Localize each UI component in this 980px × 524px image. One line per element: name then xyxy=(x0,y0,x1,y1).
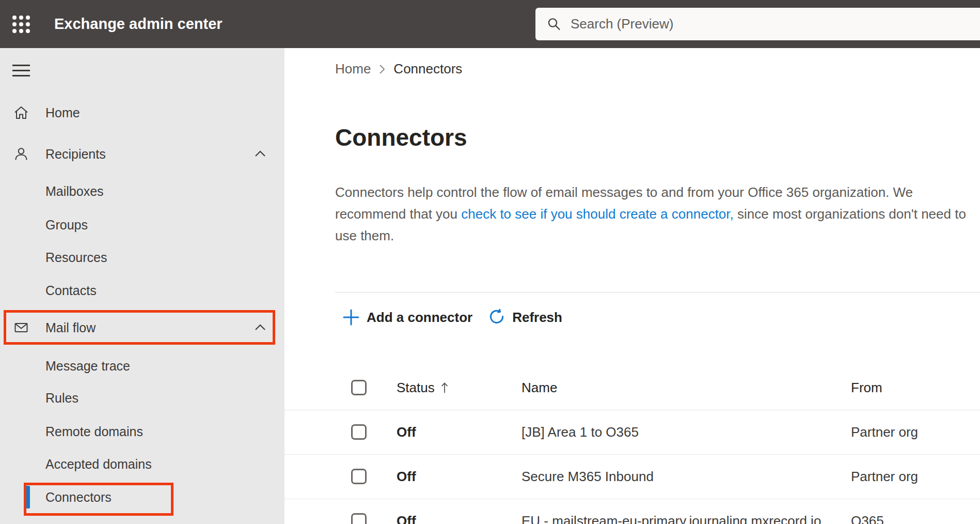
page-description: Connectors help control the flow of emai… xyxy=(335,181,966,246)
exchange-admin-center-window: Exchange admin center Home xyxy=(0,0,980,524)
sidebar-item-groups[interactable]: Groups xyxy=(0,210,284,239)
sidebar-item-label: Groups xyxy=(45,218,88,233)
selection-indicator xyxy=(26,486,30,508)
sort-ascending-icon xyxy=(441,382,448,393)
home-icon xyxy=(13,104,29,121)
row-checkbox[interactable] xyxy=(351,424,367,440)
sidebar-item-label: Mailboxes xyxy=(45,184,104,199)
mail-icon xyxy=(13,319,29,336)
connector-name: EU - mailstream-eu-primary.journaling.mx… xyxy=(521,513,821,524)
connector-status: Off xyxy=(397,469,416,485)
connector-status: Off xyxy=(397,424,416,440)
app-launcher-icon[interactable] xyxy=(11,14,31,34)
sidebar-item-label: Mail flow xyxy=(45,320,96,335)
sidebar-item-label: Recipients xyxy=(45,147,106,162)
column-header-name[interactable]: Name xyxy=(521,380,557,396)
sidebar-item-message-trace[interactable]: Message trace xyxy=(0,351,284,380)
sidebar-item-contacts[interactable]: Contacts xyxy=(0,276,284,305)
column-header-from[interactable]: From xyxy=(851,380,882,396)
refresh-icon xyxy=(488,309,505,326)
search-input[interactable] xyxy=(570,16,902,33)
search-icon xyxy=(546,16,562,33)
sidebar-item-label: Accepted domains xyxy=(45,457,152,472)
sidebar-item-label: Remote domains xyxy=(45,424,143,439)
sidebar-item-connectors[interactable]: Connectors xyxy=(0,483,284,512)
column-header-label: Status xyxy=(397,380,435,396)
sidebar-item-recipients[interactable]: Recipients xyxy=(0,140,284,168)
table-row[interactable]: Off Secure M365 Inbound Partner org xyxy=(284,454,980,499)
sidebar-item-label: Resources xyxy=(45,250,107,265)
chevron-up-icon[interactable] xyxy=(254,322,267,333)
connector-name: [JB] Area 1 to O365 xyxy=(521,424,639,440)
row-checkbox[interactable] xyxy=(351,513,367,524)
sidebar-item-mail-flow[interactable]: Mail flow xyxy=(0,313,284,342)
breadcrumb-home-link[interactable]: Home xyxy=(335,61,371,77)
table-row[interactable]: Off EU - mailstream-eu-primary.journalin… xyxy=(284,499,980,524)
sidebar-item-accepted-domains[interactable]: Accepted domains xyxy=(0,450,284,479)
toolbar-top-divider xyxy=(335,292,980,292)
main-content: Home Connectors Connectors Connectors he… xyxy=(284,48,980,524)
table-row[interactable]: Off [JB] Area 1 to O365 Partner org xyxy=(284,410,980,455)
sidebar-item-label: Home xyxy=(45,105,80,120)
connector-status: Off xyxy=(397,513,416,524)
table-header-row: Status Name From xyxy=(284,365,980,410)
breadcrumb-current: Connectors xyxy=(393,61,462,77)
page-title: Connectors xyxy=(335,124,467,151)
add-connector-label: Add a connector xyxy=(367,310,472,326)
sidebar-item-rules[interactable]: Rules xyxy=(0,383,284,412)
connector-from: O365 xyxy=(851,513,884,524)
sidebar-nav: Home Recipients Mailboxes Groups Resourc… xyxy=(0,48,284,524)
plus-icon xyxy=(342,309,360,326)
sidebar-item-home[interactable]: Home xyxy=(0,98,284,127)
connector-from: Partner org xyxy=(851,469,918,485)
person-icon xyxy=(13,146,29,162)
search-box[interactable] xyxy=(535,8,980,40)
connector-name: Secure M365 Inbound xyxy=(521,469,654,485)
sidebar-item-label: Rules xyxy=(45,391,78,406)
refresh-button[interactable]: Refresh xyxy=(488,309,562,326)
hamburger-icon[interactable] xyxy=(12,65,30,76)
sidebar-item-resources[interactable]: Resources xyxy=(0,243,284,272)
breadcrumb-chevron-icon xyxy=(379,64,385,74)
sidebar-item-mailboxes[interactable]: Mailboxes xyxy=(0,177,284,206)
sidebar-item-label: Connectors xyxy=(45,490,112,505)
breadcrumb: Home Connectors xyxy=(335,59,462,78)
top-bar: Exchange admin center xyxy=(0,0,980,48)
chevron-up-icon[interactable] xyxy=(254,148,267,160)
sidebar-item-label: Message trace xyxy=(45,359,130,374)
connector-from: Partner org xyxy=(851,424,918,440)
refresh-label: Refresh xyxy=(512,310,562,326)
create-connector-check-link[interactable]: check to see if you should create a conn… xyxy=(461,206,734,222)
sidebar-item-label: Contacts xyxy=(45,283,97,298)
row-checkbox[interactable] xyxy=(351,469,367,484)
select-all-checkbox[interactable] xyxy=(351,380,367,395)
sidebar-item-remote-domains[interactable]: Remote domains xyxy=(0,417,284,446)
app-title: Exchange admin center xyxy=(54,0,223,48)
column-header-status[interactable]: Status xyxy=(397,380,448,396)
add-connector-button[interactable]: Add a connector xyxy=(342,309,472,326)
command-bar: Add a connector Refresh xyxy=(342,303,562,332)
